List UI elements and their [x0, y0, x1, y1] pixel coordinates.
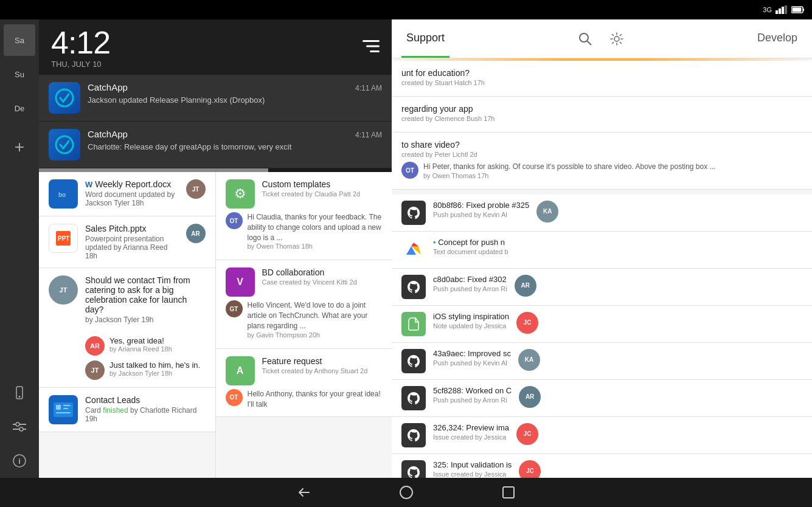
svg-point-42 [405, 464, 422, 478]
rp-sub-2: Text document updated b [433, 248, 508, 255]
rp-item-3[interactable]: c8d0abc: Fixed #302 Push pushed by Arron… [392, 269, 812, 306]
rp-item-7[interactable]: 326,324: Preview ima Issue created by Je… [392, 417, 812, 454]
notification-1[interactable]: CatchApp 4:11 AM Jackson updated Release… [39, 75, 392, 122]
rp-item-1[interactable]: 80b8f86: Fixed proble #325 Push pushed b… [392, 195, 812, 232]
activity-weekly-report[interactable]: bo W Weekly Report.docx Word document up… [39, 172, 215, 216]
thread-custom-templates[interactable]: ⚙ Custom templates Ticket created by Cla… [216, 172, 392, 260]
svg-text:i: i [18, 457, 21, 466]
github-icon-1 [401, 201, 426, 225]
activity-contact-leads[interactable]: Contact Leads Card finished by Charlotte… [39, 388, 215, 432]
sidebar-item-sa[interactable]: Sa [4, 24, 35, 56]
owen-thomas-avatar: OT [226, 212, 243, 229]
sidebar-item-de[interactable]: De [4, 92, 35, 124]
back-button[interactable] [290, 478, 319, 507]
reply-2: JT Just talked to him, he's in. by Jacks… [85, 360, 206, 380]
reply-text-2: Just talked to him, he's in. [109, 360, 200, 370]
activity-sales-pitch[interactable]: PPT Sales Pitch.pptx Powerpoint presenta… [39, 216, 215, 268]
sidebar-day-label-sa: Sa [15, 36, 24, 45]
contact-leads-title: Contact Leads [85, 395, 206, 405]
svg-point-29 [580, 33, 588, 42]
rp-content-4: iOS styling inspiration Note updated by … [433, 312, 509, 329]
thread-education[interactable]: unt for education? created by Stuart Hat… [392, 61, 812, 97]
svg-rect-16 [366, 45, 380, 47]
rp-content-7: 326,324: Preview ima Issue created by Je… [433, 423, 509, 441]
rp-item-4[interactable]: iOS styling inspiration Note updated by … [392, 306, 812, 343]
svg-point-12 [19, 427, 23, 431]
thread-bd-collaboration[interactable]: V BD collaboration Case created by Vince… [216, 260, 392, 348]
tab-develop[interactable]: Develop [752, 19, 802, 58]
two-col: bo W Weekly Report.docx Word document up… [39, 172, 392, 478]
info-icon[interactable]: i [7, 449, 32, 473]
clock-date: THU, JULY 10 [51, 60, 110, 69]
tab-support[interactable]: Support [401, 19, 449, 58]
reply-text-1: Yes, great idea! [109, 336, 172, 345]
github-icon-7 [401, 423, 426, 447]
bd-collab-title: BD collaboration [262, 267, 357, 277]
peter-avatar: OT [401, 162, 418, 179]
support-header-icons [574, 28, 628, 50]
notif-text-1: Jackson updated Release Planning.xlsx (D… [88, 95, 382, 106]
sidebar-item-su[interactable]: Su [4, 58, 35, 90]
search-icon[interactable] [574, 28, 596, 50]
rp-avatar-6: AR [519, 386, 541, 408]
svg-rect-17 [370, 50, 380, 52]
center-panel: 4:12 THU, JULY 10 CatchA [39, 19, 392, 478]
notif-app-name-1: CatchApp [88, 82, 128, 92]
rp-item-8[interactable]: 325: Input validation is Issue created b… [392, 454, 812, 478]
status-icons: 3G [763, 5, 805, 14]
weekly-report-title: W Weekly Report.docx [85, 179, 179, 189]
evernote-icon [401, 312, 426, 336]
settings-icon[interactable] [606, 28, 628, 50]
svg-rect-26 [63, 405, 71, 406]
menu-icon[interactable] [363, 40, 380, 56]
middle-feed: ⚙ Custom templates Ticket created by Cla… [215, 172, 392, 478]
custom-templates-preview-meta: by Owen Thomas 18h [248, 243, 383, 250]
activity-discussion[interactable]: JT Should we contact Tim from catering t… [39, 268, 215, 388]
rp-title-7: 326,324: Preview ima [433, 423, 509, 432]
custom-templates-content: Custom templates Ticket created by Claud… [262, 179, 361, 200]
thread-feature-request[interactable]: A Feature request Ticket created by Anth… [216, 349, 392, 418]
rp-content-5: 43a9aec: Improved sc Push pushed by Kevi… [433, 349, 511, 367]
network-label: 3G [763, 6, 772, 13]
home-button[interactable] [392, 478, 421, 507]
notification-content-1: CatchApp 4:11 AM Jackson updated Release… [88, 82, 382, 106]
reply-author-1: by Arianna Reed 18h [109, 345, 172, 353]
clock-time: 4:12 [51, 27, 110, 58]
thread-share-video-meta: created by Peter Lichtl 2d [401, 151, 802, 158]
contact-leads-content: Contact Leads Card finished by Charlotte… [85, 395, 206, 423]
github-icon-3 [401, 275, 426, 299]
phone-icon[interactable] [7, 381, 32, 405]
discussion-meta: by Jackson Tyler 19h [85, 316, 206, 324]
status-bar: 3G [0, 0, 812, 19]
bd-collab-icon: V [226, 267, 255, 297]
rp-item-5[interactable]: 43a9aec: Improved sc Push pushed by Kevi… [392, 343, 812, 380]
rp-item-2[interactable]: ▪ Concept for push n Text document updat… [392, 232, 812, 269]
gdrive-icon [401, 238, 426, 262]
notification-2[interactable]: CatchApp 4:11 AM Charlotte: Release day … [39, 122, 392, 168]
add-button[interactable]: + [4, 131, 35, 163]
custom-templates-meta: Ticket created by Claudia Patt 2d [262, 190, 361, 198]
svg-rect-15 [363, 40, 380, 42]
nav-bar [0, 478, 812, 507]
bd-collab-preview: Hello Vincent, We'd love to do a joint a… [248, 300, 383, 331]
sales-pitch-content: Sales Pitch.pptx Powerpoint presentation… [85, 224, 179, 260]
thread-share-video[interactable]: to share video? created by Peter Lichtl … [392, 133, 812, 190]
rp-sub-4: Note updated by Jessica [433, 322, 509, 329]
rp-title-4: iOS styling inspiration [433, 312, 509, 321]
bd-collab-meta: Case created by Vincent Kitti 2d [262, 278, 357, 286]
svg-rect-25 [56, 405, 61, 410]
thread-regarding-app[interactable]: regarding your app created by Clemence B… [392, 97, 812, 133]
rp-avatar-5: KA [518, 349, 540, 371]
activity-avatar-1: JT [186, 179, 206, 199]
rp-title-1: 80b8f86: Fixed proble #325 [433, 201, 529, 210]
svg-point-44 [400, 486, 412, 498]
svg-point-19 [56, 136, 73, 153]
recent-button[interactable] [494, 478, 523, 507]
mixer-icon[interactable] [7, 415, 32, 439]
notif-time-2: 4:11 AM [355, 131, 382, 139]
contact-leads-icon [49, 395, 78, 424]
feature-req-preview: Hello Anthony, thanks for your great ide… [248, 389, 383, 410]
rp-item-6[interactable]: 5cf8288: Worked on C Push pushed by Arro… [392, 380, 812, 417]
thread-education-title: unt for education? [401, 68, 802, 78]
activity-avatar-2: AR [186, 224, 206, 243]
